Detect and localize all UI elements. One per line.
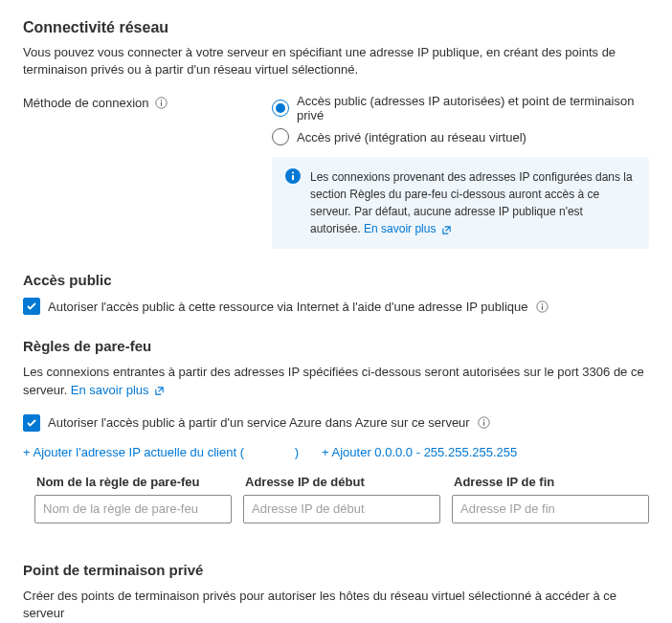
allow-azure-services-label: Autoriser l'accès public à partir d'un s… [48, 415, 470, 430]
allow-azure-services-checkbox[interactable] [23, 414, 40, 432]
network-connectivity-heading: Connectivité réseau [23, 19, 649, 36]
svg-rect-8 [542, 306, 543, 310]
info-icon[interactable] [155, 97, 168, 110]
learn-more-link[interactable]: En savoir plus [71, 383, 165, 397]
external-link-icon [441, 225, 452, 235]
end-ip-header: Adresse IP de fin [452, 475, 649, 489]
radio-public-access[interactable] [272, 100, 289, 117]
add-full-range-link[interactable]: + Ajouter 0.0.0.0 - 255.255.255.255 [322, 445, 517, 459]
svg-point-1 [161, 100, 162, 101]
radio-private-access[interactable] [272, 128, 289, 145]
add-current-client-ip-link[interactable]: + Ajouter l'adresse IP actuelle du clien… [23, 445, 299, 459]
allow-public-access-label: Autoriser l'accès public à cette ressour… [48, 300, 528, 314]
svg-rect-2 [161, 102, 162, 106]
info-callout: Les connexions provenant des adresses IP… [272, 157, 649, 249]
network-connectivity-description: Vous pouvez vous connecter à votre serve… [23, 44, 649, 78]
start-ip-header: Adresse IP de début [243, 475, 440, 489]
radio-public-access-label: Accès public (adresses IP autorisées) et… [297, 94, 649, 122]
info-icon [285, 168, 301, 184]
firewall-rule-name-header: Nom de la règle de pare-feu [34, 475, 232, 489]
private-endpoint-description: Créer des points de terminaison privés p… [23, 588, 649, 622]
start-ip-input[interactable] [243, 495, 440, 523]
svg-point-7 [542, 303, 543, 304]
svg-rect-11 [483, 422, 484, 426]
firewall-rules-description: Les connexions entrantes à partir des ad… [23, 364, 649, 398]
public-access-heading: Accès public [23, 272, 649, 288]
svg-rect-5 [292, 175, 294, 181]
end-ip-input[interactable] [452, 495, 649, 523]
svg-point-4 [292, 172, 294, 174]
connection-method-label: Méthode de connexion [23, 94, 272, 110]
svg-point-10 [483, 420, 484, 421]
allow-public-access-checkbox[interactable] [23, 298, 40, 315]
info-icon[interactable] [536, 300, 549, 313]
info-icon[interactable] [478, 416, 491, 430]
firewall-rule-name-input[interactable] [34, 495, 232, 523]
radio-private-access-label: Accès privé (intégration au réseau virtu… [297, 130, 526, 145]
info-callout-text: Les connexions provenant des adresses IP… [310, 170, 633, 235]
external-link-icon [154, 386, 165, 396]
firewall-rules-heading: Règles de pare-feu [23, 338, 649, 354]
private-endpoint-heading: Point de terminaison privé [23, 562, 649, 578]
learn-more-link[interactable]: En savoir plus [364, 222, 452, 235]
